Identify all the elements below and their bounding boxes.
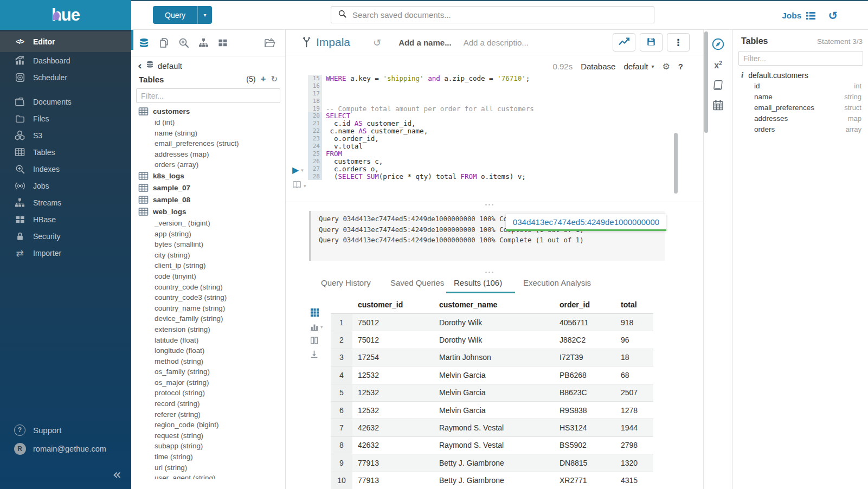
assist-filter-input[interactable] (136, 88, 280, 103)
execute-options-caret[interactable]: ▾ (301, 168, 304, 173)
resize-grip-bottom[interactable] (484, 272, 494, 273)
engine-name[interactable]: Impala (316, 36, 350, 49)
table-row[interactable]: 412532Melvin GarciaPB626868 (331, 366, 653, 384)
right-column-email-preferences[interactable]: email_preferencesstruct (734, 102, 868, 113)
results-column-header[interactable]: total (615, 300, 653, 309)
active-table-row[interactable]: i default.customers (734, 66, 868, 80)
search-input[interactable] (351, 10, 654, 20)
query-id-popup[interactable]: 034d413ec7474ed5:4249de1000000000 (506, 214, 666, 231)
refresh-icon[interactable]: ↻ (271, 74, 278, 84)
collapse-sidebar-icon[interactable]: « (112, 467, 121, 481)
settings-gear-icon[interactable]: ⚙ (662, 61, 670, 72)
assist-column[interactable]: record (string) (138, 398, 285, 409)
resize-grip-top[interactable] (484, 204, 494, 205)
database-caret-icon[interactable]: ▾ (651, 63, 654, 69)
query-dropdown-caret[interactable]: ▾ (198, 6, 212, 24)
grid-blue-icon[interactable] (310, 308, 323, 317)
assist-column[interactable]: country_code (string) (138, 282, 285, 293)
grid-icon[interactable] (218, 38, 228, 47)
sidebar-item-s3[interactable]: S3 (0, 127, 131, 144)
table-row[interactable]: 1077913Betty J. GiambroneXR27714315 (331, 472, 653, 489)
sidebar-item-streams[interactable]: Streams (0, 194, 131, 211)
assist-column[interactable]: region_code (bigint) (138, 420, 285, 430)
assist-table-sample-08[interactable]: sample_08 (138, 194, 285, 206)
chart-line-button[interactable] (613, 33, 635, 52)
assist-table-customers[interactable]: customers (138, 105, 285, 117)
assist-column[interactable]: url (string) (138, 462, 285, 473)
assist-column[interactable]: client_ip (string) (138, 260, 285, 271)
copy-documents-icon[interactable] (159, 37, 169, 48)
sidebar-item-hbase[interactable]: HBase (0, 211, 131, 228)
breadcrumb-database[interactable]: default (158, 61, 182, 70)
jobs-link[interactable]: Jobs (782, 11, 816, 21)
assist-column[interactable]: method (string) (138, 356, 285, 367)
assist-column[interactable]: bytes (smallint) (138, 239, 285, 250)
database-select[interactable]: default (623, 62, 648, 71)
right-column-addresses[interactable]: addressesmap (734, 113, 868, 124)
format-icon[interactable] (292, 181, 301, 191)
columns-icon[interactable] (310, 336, 323, 345)
sql-editor[interactable]: 15WHERE a.key = 'shipping' and a.zip_cod… (308, 75, 534, 180)
sidebar-item-scheduler[interactable]: Scheduler (0, 69, 131, 86)
assist-table-web-logs[interactable]: web_logs (138, 206, 285, 218)
results-column-header[interactable]: customer_name (434, 300, 554, 309)
assist-column[interactable]: protocol (string) (138, 388, 285, 398)
sidebar-item-jobs[interactable]: Jobs (0, 177, 131, 194)
sidebar-item-dashboard[interactable]: Dashboard (0, 52, 131, 69)
sidebar-item-editor[interactable]: </>Editor (0, 31, 131, 52)
table-row[interactable]: 175012Dorothy Wilk4056711918 (331, 314, 653, 331)
assist-column[interactable]: referer (string) (138, 409, 285, 420)
new-query-button[interactable]: Query ▾ (153, 6, 212, 24)
table-row[interactable]: 842632Raymond S. VestalBS59022798 (331, 437, 653, 454)
sidebar-item-documents[interactable]: Documents (0, 93, 131, 110)
table-row[interactable]: 512532Melvin GarciaB8623C2507 (331, 384, 653, 402)
chart-bars-icon[interactable]: ▾ (310, 323, 323, 331)
assist-column[interactable]: longitude (float) (138, 345, 285, 356)
kebab-menu-button[interactable]: ⋮ (667, 33, 690, 52)
right-column-id[interactable]: idint (734, 80, 868, 91)
assist-column[interactable]: orders (array) (138, 159, 285, 170)
download-icon[interactable] (310, 350, 323, 358)
assist-column[interactable]: _version_ (bigint) (138, 218, 285, 229)
compass-icon[interactable] (711, 37, 725, 51)
editor-scrollbar-thumb[interactable] (674, 133, 678, 194)
save-button[interactable] (640, 33, 663, 52)
calendar-icon[interactable] (712, 100, 724, 111)
sidebar-item-files[interactable]: Files (0, 110, 131, 127)
functions-icon[interactable]: x2 (714, 60, 722, 70)
right-column-name[interactable]: namestring (734, 91, 868, 102)
assist-table-k8s-logs[interactable]: k8s_logs (138, 170, 285, 182)
assist-column[interactable]: time (string) (138, 452, 285, 462)
assist-column[interactable]: extension (string) (138, 324, 285, 335)
right-filter-input[interactable] (738, 51, 863, 66)
assist-column[interactable]: email_preferences (struct) (138, 138, 285, 149)
tab-saved-queries[interactable]: Saved Queries (390, 278, 444, 287)
zoom-in-icon[interactable] (178, 37, 189, 48)
database-icon[interactable] (138, 38, 150, 48)
assist-column[interactable]: request (string) (138, 430, 285, 441)
assist-column[interactable]: id (int) (138, 117, 285, 128)
results-column-header[interactable]: customer_id (352, 300, 434, 309)
assist-column[interactable]: device_family (string) (138, 313, 285, 324)
format-options-caret[interactable]: ▾ (304, 183, 306, 189)
sidebar-item-support[interactable]: ? Support (0, 421, 131, 439)
assist-column[interactable]: subapp (string) (138, 441, 285, 452)
assist-column[interactable]: latitude (float) (138, 335, 285, 346)
assist-column[interactable]: app (string) (138, 229, 285, 240)
folder-open-icon[interactable] (264, 38, 275, 48)
table-row[interactable]: 275012Dorothy WilkJ882C296 (331, 331, 653, 349)
query-description-field[interactable]: Add a descriptio... (464, 38, 529, 47)
sidebar-item-user[interactable]: R romain@gethue.com (0, 440, 131, 458)
assist-column[interactable]: code (tinyint) (138, 271, 285, 282)
query-name-field[interactable]: Add a name... (398, 38, 452, 47)
table-row[interactable]: 742632Raymond S. VestalHS31241944 (331, 419, 653, 436)
right-column-orders[interactable]: ordersarray (734, 124, 868, 135)
snippet-history-icon[interactable]: ↺ (373, 37, 381, 48)
sitemap-icon[interactable] (198, 38, 209, 48)
assist-column[interactable]: addresses (map) (138, 149, 285, 160)
add-table-icon[interactable]: + (260, 74, 266, 85)
editor-help-icon[interactable]: ? (678, 62, 683, 71)
language-reference-icon[interactable] (713, 80, 724, 91)
table-row[interactable]: 612532Melvin GarciaR9S8381278 (331, 402, 653, 419)
sidebar-item-security[interactable]: Security (0, 228, 131, 244)
